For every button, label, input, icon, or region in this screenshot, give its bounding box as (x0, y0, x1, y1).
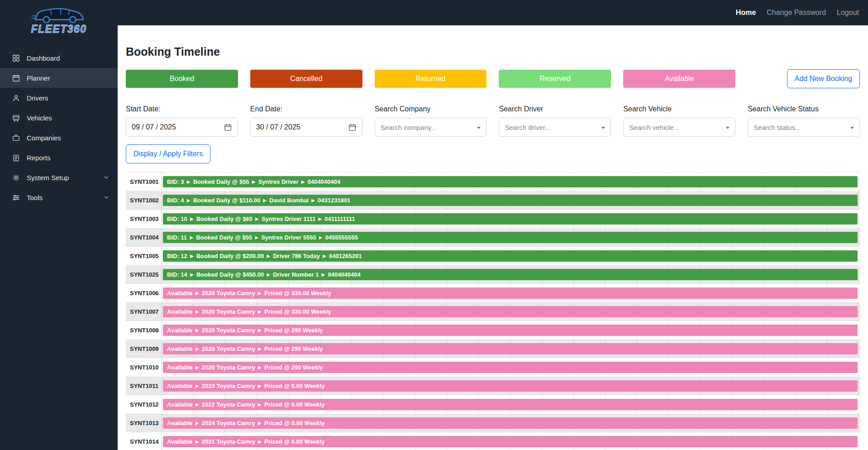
start-date-label: Start Date: (126, 105, 238, 113)
top-bar: Home Change Password Logout (0, 0, 868, 25)
available-bar[interactable]: Available ► 2020 Toyota Camry ► Priced @… (163, 325, 858, 336)
sidebar-item-planner[interactable]: Planner (0, 68, 118, 88)
timeline-track: BID: 12 ► Booked Daily @ $200.00 ► Drive… (162, 247, 860, 265)
driver-placeholder: Search driver... (505, 124, 550, 131)
calendar-icon[interactable] (348, 123, 357, 132)
available-bar[interactable]: Available ► 2023 Toyota Camry ► Priced @… (163, 380, 858, 392)
timeline-row: SYNT1010Available ► 2020 Toyota Camry ► … (126, 358, 860, 377)
booked-bar[interactable]: BID: 4 ► Booked Daily @ $110.00 ► David … (163, 195, 858, 206)
booked-bar[interactable]: BID: 10 ► Booked Daily @ $60 ► Syntrex D… (163, 213, 858, 225)
company-select[interactable]: Search company... (375, 118, 487, 137)
booked-bar[interactable]: BID: 3 ► Booked Daily @ $55 ► Syntrex Dr… (163, 176, 858, 187)
timeline-row: SYNT1008Available ► 2020 Toyota Camry ► … (126, 321, 860, 340)
filter-vehicle: Search Vehicle Search vehicle... (623, 105, 735, 137)
nav-logout[interactable]: Logout (837, 9, 859, 17)
timeline-track: Available ► 2024 Toyota Camry ► Priced @… (162, 414, 860, 432)
driver-select[interactable]: Search driver... (499, 118, 611, 137)
sidebar-item-label: Dashboard (27, 54, 60, 62)
chevron-down-icon (726, 127, 730, 129)
legend-row: Booked Cancelled Returned Reserved Avail… (126, 69, 860, 88)
chevron-down-icon (601, 127, 605, 129)
timeline-row: SYNT1013Available ► 2024 Toyota Camry ► … (126, 414, 860, 432)
available-bar[interactable]: Available ► 2020 Toyota Camry ► Priced @… (163, 287, 858, 299)
sidebar-item-label: Tools (27, 194, 43, 201)
timeline-track: BID: 4 ► Booked Daily @ $110.00 ► David … (162, 191, 860, 209)
timeline-row: SYNT1025BID: 14 ► Booked Daily @ $450.00… (126, 265, 860, 284)
booked-bar[interactable]: BID: 14 ► Booked Daily @ $450.00 ► Drive… (163, 269, 858, 280)
gear-icon (12, 173, 20, 182)
timeline-body: SYNT1001BID: 3 ► Booked Daily @ $55 ► Sy… (126, 172, 860, 450)
start-date-input[interactable]: 09 / 07 / 2025 (126, 118, 238, 137)
chevron-down-icon (103, 194, 110, 201)
sidebar-item-system-setup[interactable]: System Setup (0, 168, 118, 187)
sidebar-item-dashboard[interactable]: Dashboard (0, 48, 118, 68)
available-bar[interactable]: Available ► 2020 Toyota Camry ► Priced @… (163, 343, 858, 354)
vehicle-id-label: SYNT1005 (126, 247, 162, 265)
add-new-booking-button[interactable]: Add New Booking (787, 69, 860, 88)
sidebar-item-companies[interactable]: Companies (0, 128, 118, 148)
status-select[interactable]: Search status... (748, 118, 860, 137)
main-content: Booking Timeline Booked Cancelled Return… (118, 25, 868, 450)
legend-booked[interactable]: Booked (126, 70, 238, 88)
timeline-track: Available ► 2020 Toyota Camry ► Priced @… (162, 302, 860, 321)
company-label: Search Company (375, 105, 487, 113)
nav-home[interactable]: Home (736, 9, 756, 17)
booked-bar[interactable]: BID: 11 ► Booked Daily @ $55 ► Syntrex D… (163, 232, 858, 243)
vehicle-id-label: SYNT1002 (126, 191, 162, 209)
timeline-row: SYNT1009Available ► 2020 Toyota Camry ► … (126, 340, 860, 358)
vehicle-id-label: SYNT1014 (126, 432, 162, 450)
brand-logo[interactable]: FLEET360 (0, 0, 118, 37)
timeline-row: SYNT1005BID: 12 ► Booked Daily @ $200.00… (126, 247, 860, 265)
legend-cancelled[interactable]: Cancelled (250, 70, 362, 88)
timeline-track: Available ► 2021 Toyota Camry ► Priced @… (162, 432, 860, 450)
chevron-down-icon (477, 127, 481, 129)
sidebar-item-label: Planner (27, 74, 50, 82)
sidebar-item-reports[interactable]: Reports (0, 148, 118, 168)
filter-driver: Search Driver Search driver... (499, 105, 611, 137)
sidebar-item-label: Drivers (27, 94, 48, 102)
driver-icon (12, 94, 20, 102)
available-bar[interactable]: Available ► 2024 Toyota Camry ► Priced @… (163, 417, 858, 429)
report-icon (12, 153, 20, 162)
vehicle-select[interactable]: Search vehicle... (623, 118, 735, 137)
nav-change-password[interactable]: Change Password (767, 9, 826, 17)
dashboard-icon (12, 54, 20, 62)
sidebar-item-vehicles[interactable]: Vehicles (0, 108, 118, 128)
timeline-track: Available ► 2020 Toyota Camry ► Priced @… (162, 340, 860, 358)
legend-reserved[interactable]: Reserved (499, 70, 611, 88)
timeline-track: BID: 11 ► Booked Daily @ $55 ► Syntrex D… (162, 228, 860, 246)
vehicle-id-label: SYNT1003 (126, 210, 162, 228)
vehicle-placeholder: Search vehicle... (629, 124, 679, 131)
tools-icon (12, 193, 20, 202)
apply-filters-button[interactable]: Display / Apply Filters (126, 144, 210, 163)
sidebar-item-drivers[interactable]: Drivers (0, 88, 118, 108)
end-date-label: End Date: (250, 105, 362, 113)
available-bar[interactable]: Available ► 2021 Toyota Camry ► Priced @… (163, 436, 858, 447)
filter-start-date: Start Date: 09 / 07 / 2025 (126, 105, 238, 137)
available-bar[interactable]: Available ► 2020 Toyota Camry ► Priced @… (163, 306, 858, 317)
timeline-track: BID: 3 ► Booked Daily @ $55 ► Syntrex Dr… (162, 172, 860, 191)
vehicle-id-label: SYNT1001 (126, 172, 162, 191)
briefcase-icon (12, 134, 20, 142)
vehicle-icon (12, 114, 20, 122)
booked-bar[interactable]: BID: 12 ► Booked Daily @ $200.00 ► Drive… (163, 250, 858, 262)
available-bar[interactable]: Available ► 2022 Toyota Camry ► Priced @… (163, 399, 858, 410)
timeline-track: BID: 14 ► Booked Daily @ $450.00 ► Drive… (162, 265, 860, 283)
filter-end-date: End Date: 30 / 07 / 2025 (250, 105, 362, 137)
chevron-down-icon (850, 127, 854, 129)
end-date-value: 30 / 07 / 2025 (256, 123, 300, 131)
end-date-input[interactable]: 30 / 07 / 2025 (250, 118, 362, 137)
vehicle-id-label: SYNT1007 (126, 302, 162, 321)
sidebar-item-label: Companies (27, 134, 61, 142)
sidebar-item-label: Vehicles (27, 114, 52, 122)
timeline-row: SYNT1012Available ► 2022 Toyota Camry ► … (126, 395, 860, 414)
legend-available[interactable]: Available (623, 70, 735, 88)
timeline-row: SYNT1011Available ► 2023 Toyota Camry ► … (126, 377, 860, 395)
timeline-track: Available ► 2022 Toyota Camry ► Priced @… (162, 395, 860, 413)
vehicle-label: Search Vehicle (623, 105, 735, 113)
sidebar-item-tools[interactable]: Tools (0, 187, 118, 207)
available-bar[interactable]: Available ► 2020 Toyota Camry ► Priced @… (163, 362, 858, 373)
legend-returned[interactable]: Returned (375, 70, 487, 88)
calendar-icon[interactable] (224, 123, 232, 132)
vehicle-id-label: SYNT1012 (126, 395, 162, 413)
